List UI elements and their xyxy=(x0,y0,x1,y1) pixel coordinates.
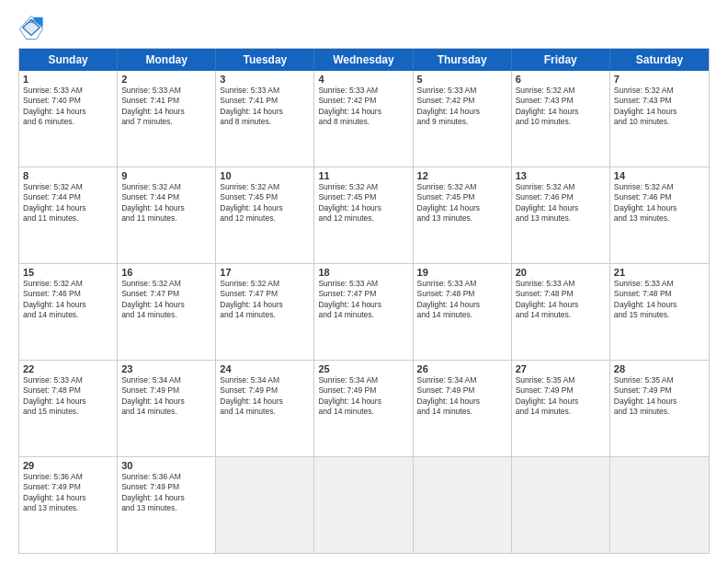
cell-info: Sunrise: 5:33 AM Sunset: 7:42 PM Dayligh… xyxy=(417,86,507,128)
header-day-monday: Monday xyxy=(118,49,216,71)
calendar-cell: 7Sunrise: 5:32 AM Sunset: 7:43 PM Daylig… xyxy=(610,71,709,167)
calendar-cell: 20Sunrise: 5:33 AM Sunset: 7:48 PM Dayli… xyxy=(512,264,610,360)
cell-info: Sunrise: 5:32 AM Sunset: 7:43 PM Dayligh… xyxy=(516,86,606,128)
day-number: 24 xyxy=(220,363,310,374)
day-number: 8 xyxy=(23,170,113,181)
calendar-cell: 25Sunrise: 5:34 AM Sunset: 7:49 PM Dayli… xyxy=(314,361,413,456)
calendar-cell: 22Sunrise: 5:33 AM Sunset: 7:48 PM Dayli… xyxy=(19,361,118,456)
header-day-wednesday: Wednesday xyxy=(314,49,413,71)
calendar-cell xyxy=(414,457,512,553)
cell-info: Sunrise: 5:35 AM Sunset: 7:49 PM Dayligh… xyxy=(516,375,606,418)
calendar-cell: 1Sunrise: 5:33 AM Sunset: 7:40 PM Daylig… xyxy=(19,71,118,167)
day-number: 1 xyxy=(23,74,113,85)
calendar-cell: 16Sunrise: 5:32 AM Sunset: 7:47 PM Dayli… xyxy=(118,264,216,360)
cell-info: Sunrise: 5:33 AM Sunset: 7:48 PM Dayligh… xyxy=(23,375,113,418)
cell-info: Sunrise: 5:33 AM Sunset: 7:48 PM Dayligh… xyxy=(614,279,705,321)
cell-info: Sunrise: 5:36 AM Sunset: 7:49 PM Dayligh… xyxy=(121,472,211,514)
calendar-cell: 13Sunrise: 5:32 AM Sunset: 7:46 PM Dayli… xyxy=(512,167,610,263)
day-number: 7 xyxy=(614,74,705,85)
calendar-row-2: 8Sunrise: 5:32 AM Sunset: 7:44 PM Daylig… xyxy=(19,167,709,264)
calendar-row-5: 29Sunrise: 5:36 AM Sunset: 7:49 PM Dayli… xyxy=(19,457,709,553)
cell-info: Sunrise: 5:33 AM Sunset: 7:47 PM Dayligh… xyxy=(318,279,408,321)
header-day-friday: Friday xyxy=(512,49,610,71)
calendar-cell: 30Sunrise: 5:36 AM Sunset: 7:49 PM Dayli… xyxy=(118,457,216,553)
header-day-sunday: Sunday xyxy=(19,49,118,71)
calendar-cell: 12Sunrise: 5:32 AM Sunset: 7:45 PM Dayli… xyxy=(414,167,512,263)
cell-info: Sunrise: 5:34 AM Sunset: 7:49 PM Dayligh… xyxy=(318,375,408,418)
day-number: 30 xyxy=(121,460,211,471)
cell-info: Sunrise: 5:32 AM Sunset: 7:45 PM Dayligh… xyxy=(417,182,507,224)
day-number: 15 xyxy=(23,267,113,278)
calendar-row-1: 1Sunrise: 5:33 AM Sunset: 7:40 PM Daylig… xyxy=(19,71,709,167)
calendar-cell: 15Sunrise: 5:32 AM Sunset: 7:46 PM Dayli… xyxy=(19,264,118,360)
calendar-cell: 10Sunrise: 5:32 AM Sunset: 7:45 PM Dayli… xyxy=(216,167,314,263)
calendar-cell: 18Sunrise: 5:33 AM Sunset: 7:47 PM Dayli… xyxy=(314,264,413,360)
day-number: 14 xyxy=(614,170,705,181)
cell-info: Sunrise: 5:32 AM Sunset: 7:43 PM Dayligh… xyxy=(614,86,705,128)
calendar-cell: 27Sunrise: 5:35 AM Sunset: 7:49 PM Dayli… xyxy=(512,361,610,456)
cell-info: Sunrise: 5:32 AM Sunset: 7:44 PM Dayligh… xyxy=(121,182,211,224)
calendar-cell: 28Sunrise: 5:35 AM Sunset: 7:49 PM Dayli… xyxy=(610,361,709,456)
day-number: 11 xyxy=(318,170,408,181)
cell-info: Sunrise: 5:33 AM Sunset: 7:41 PM Dayligh… xyxy=(220,86,310,128)
day-number: 29 xyxy=(23,460,113,471)
logo xyxy=(18,15,46,40)
header-day-tuesday: Tuesday xyxy=(216,49,314,71)
calendar-cell: 24Sunrise: 5:34 AM Sunset: 7:49 PM Dayli… xyxy=(216,361,314,456)
calendar-cell: 5Sunrise: 5:33 AM Sunset: 7:42 PM Daylig… xyxy=(414,71,512,167)
calendar-cell: 9Sunrise: 5:32 AM Sunset: 7:44 PM Daylig… xyxy=(118,167,216,263)
day-number: 2 xyxy=(121,74,211,85)
calendar-cell: 2Sunrise: 5:33 AM Sunset: 7:41 PM Daylig… xyxy=(118,71,216,167)
day-number: 17 xyxy=(220,267,310,278)
calendar-cell: 19Sunrise: 5:33 AM Sunset: 7:48 PM Dayli… xyxy=(414,264,512,360)
cell-info: Sunrise: 5:33 AM Sunset: 7:41 PM Dayligh… xyxy=(121,86,211,128)
day-number: 16 xyxy=(121,267,211,278)
calendar-cell: 21Sunrise: 5:33 AM Sunset: 7:48 PM Dayli… xyxy=(610,264,709,360)
cell-info: Sunrise: 5:32 AM Sunset: 7:44 PM Dayligh… xyxy=(23,182,113,224)
calendar-cell: 26Sunrise: 5:34 AM Sunset: 7:49 PM Dayli… xyxy=(414,361,512,456)
day-number: 26 xyxy=(417,363,507,374)
calendar-cell: 6Sunrise: 5:32 AM Sunset: 7:43 PM Daylig… xyxy=(512,71,610,167)
calendar-row-3: 15Sunrise: 5:32 AM Sunset: 7:46 PM Dayli… xyxy=(19,264,709,361)
day-number: 3 xyxy=(220,74,310,85)
cell-info: Sunrise: 5:32 AM Sunset: 7:45 PM Dayligh… xyxy=(318,182,408,224)
cell-info: Sunrise: 5:32 AM Sunset: 7:47 PM Dayligh… xyxy=(121,279,211,321)
cell-info: Sunrise: 5:33 AM Sunset: 7:48 PM Dayligh… xyxy=(516,279,606,321)
calendar-cell: 8Sunrise: 5:32 AM Sunset: 7:44 PM Daylig… xyxy=(19,167,118,263)
header-day-thursday: Thursday xyxy=(414,49,512,71)
day-number: 27 xyxy=(516,363,606,374)
calendar-header: SundayMondayTuesdayWednesdayThursdayFrid… xyxy=(19,49,709,71)
calendar-row-4: 22Sunrise: 5:33 AM Sunset: 7:48 PM Dayli… xyxy=(19,361,709,457)
cell-info: Sunrise: 5:34 AM Sunset: 7:49 PM Dayligh… xyxy=(121,375,211,418)
day-number: 9 xyxy=(121,170,211,181)
day-number: 18 xyxy=(318,267,408,278)
cell-info: Sunrise: 5:32 AM Sunset: 7:46 PM Dayligh… xyxy=(23,279,113,321)
day-number: 22 xyxy=(23,363,113,374)
calendar-body: 1Sunrise: 5:33 AM Sunset: 7:40 PM Daylig… xyxy=(19,71,709,553)
cell-info: Sunrise: 5:33 AM Sunset: 7:42 PM Dayligh… xyxy=(318,86,408,128)
day-number: 12 xyxy=(417,170,507,181)
logo-icon xyxy=(18,15,44,40)
day-number: 13 xyxy=(516,170,606,181)
day-number: 5 xyxy=(417,74,507,85)
calendar-cell: 29Sunrise: 5:36 AM Sunset: 7:49 PM Dayli… xyxy=(19,457,118,553)
day-number: 21 xyxy=(614,267,705,278)
calendar: SundayMondayTuesdayWednesdayThursdayFrid… xyxy=(18,48,710,554)
day-number: 20 xyxy=(516,267,606,278)
calendar-cell xyxy=(314,457,413,553)
cell-info: Sunrise: 5:34 AM Sunset: 7:49 PM Dayligh… xyxy=(220,375,310,418)
cell-info: Sunrise: 5:35 AM Sunset: 7:49 PM Dayligh… xyxy=(614,375,705,418)
day-number: 25 xyxy=(318,363,408,374)
calendar-cell: 17Sunrise: 5:32 AM Sunset: 7:47 PM Dayli… xyxy=(216,264,314,360)
cell-info: Sunrise: 5:32 AM Sunset: 7:46 PM Dayligh… xyxy=(516,182,606,224)
cell-info: Sunrise: 5:32 AM Sunset: 7:46 PM Dayligh… xyxy=(614,182,705,224)
calendar-cell: 23Sunrise: 5:34 AM Sunset: 7:49 PM Dayli… xyxy=(118,361,216,456)
calendar-cell xyxy=(216,457,314,553)
calendar-cell: 3Sunrise: 5:33 AM Sunset: 7:41 PM Daylig… xyxy=(216,71,314,167)
page-header xyxy=(18,15,710,40)
cell-info: Sunrise: 5:33 AM Sunset: 7:48 PM Dayligh… xyxy=(417,279,507,321)
day-number: 28 xyxy=(614,363,705,374)
cell-info: Sunrise: 5:34 AM Sunset: 7:49 PM Dayligh… xyxy=(417,375,507,418)
calendar-cell xyxy=(512,457,610,553)
calendar-cell: 14Sunrise: 5:32 AM Sunset: 7:46 PM Dayli… xyxy=(610,167,709,263)
